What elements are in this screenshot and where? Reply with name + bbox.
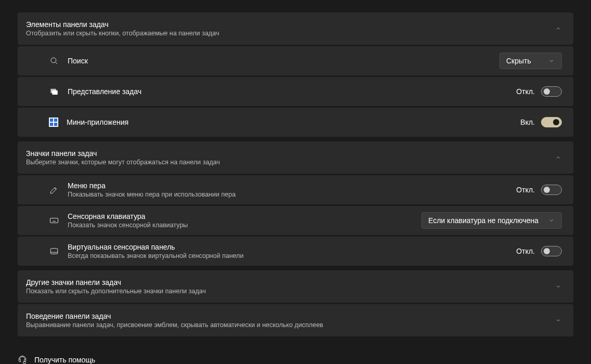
toggle-pen-menu[interactable] <box>541 185 562 195</box>
svg-line-1 <box>55 62 57 64</box>
section-subtitle: Отобразить или скрыть кнопки, отображаем… <box>26 30 219 37</box>
section-subtitle: Выравнивание панели задач, присвоение эм… <box>26 321 323 329</box>
help-label: Получить помощь <box>34 356 95 364</box>
section-titles: Элементы панели задач Отобразить или скр… <box>26 20 219 37</box>
svg-rect-5 <box>50 119 53 122</box>
row-label: Представление задач <box>68 87 142 96</box>
toggle-state-label: Вкл. <box>520 118 535 126</box>
toggle-state-label: Откл. <box>516 87 535 96</box>
svg-rect-6 <box>54 119 57 122</box>
row-pen-menu: Меню пера Показывать значок меню пера пр… <box>18 175 573 204</box>
row-label: Меню пера <box>68 181 236 190</box>
section-title: Значки панели задач <box>26 149 220 158</box>
section-title: Поведение панели задач <box>26 312 323 320</box>
toggle-state-label: Откл. <box>516 186 535 194</box>
section-title: Элементы панели задач <box>26 20 219 29</box>
section-taskbar-behavior[interactable]: Поведение панели задач Выравнивание пане… <box>18 304 573 336</box>
section-titles: Другие значки панели задач Показать или … <box>26 278 206 295</box>
section-subtitle: Выберите значки, которые могут отображат… <box>26 159 220 166</box>
row-touch-keyboard: Сенсорная клавиатура Показать значок сен… <box>18 206 573 235</box>
row-sub: Показать значок сенсорной клавиатуры <box>68 222 188 229</box>
toggle-virtual-touchpad[interactable] <box>541 246 562 256</box>
svg-text:?: ? <box>24 362 25 364</box>
chevron-up-icon <box>555 25 562 32</box>
svg-rect-10 <box>50 218 58 223</box>
row-sub: Показывать значок меню пера при использо… <box>68 191 236 198</box>
row-label: Мини-приложения <box>67 118 129 126</box>
chevron-down-icon <box>555 317 562 324</box>
help-icon: ? <box>18 355 27 364</box>
row-label: Поиск <box>68 57 88 65</box>
row-virtual-touchpad: Виртуальная сенсорная панель Всегда пока… <box>18 237 573 266</box>
chevron-down-icon <box>548 57 555 64</box>
section-taskbar-elements[interactable]: Элементы панели задач Отобразить или скр… <box>18 12 573 45</box>
dropdown-value: Скрыть <box>506 57 531 65</box>
touchpad-icon <box>49 246 59 256</box>
svg-rect-8 <box>54 123 57 126</box>
search-icon <box>49 56 59 66</box>
dropdown-search-visibility[interactable]: Скрыть <box>499 53 562 69</box>
section-taskbar-icons[interactable]: Значки панели задач Выберите значки, кот… <box>18 141 573 174</box>
section-subtitle: Показать или скрыть дополнительные значк… <box>26 288 206 295</box>
row-search: Поиск Скрыть <box>18 46 573 75</box>
svg-rect-16 <box>50 249 58 254</box>
row-taskview: Представление задач Откл. <box>18 77 573 106</box>
svg-rect-7 <box>50 123 53 126</box>
chevron-down-icon <box>555 283 562 290</box>
svg-rect-3 <box>52 90 58 95</box>
section-titles: Поведение панели задач Выравнивание пане… <box>26 312 323 329</box>
row-sub: Всегда показывать значок виртуальной сен… <box>68 252 243 259</box>
section-titles: Значки панели задач Выберите значки, кот… <box>26 149 220 166</box>
toggle-widgets[interactable] <box>541 117 562 127</box>
taskview-icon <box>49 86 59 97</box>
toggle-taskview[interactable] <box>541 86 562 97</box>
chevron-down-icon <box>548 217 555 224</box>
widgets-icon <box>49 118 58 127</box>
chevron-up-icon <box>555 154 562 161</box>
row-widgets: Мини-приложения Вкл. <box>18 108 573 137</box>
section-title: Другие значки панели задач <box>26 278 206 287</box>
dropdown-value: Если клавиатура не подключена <box>428 216 538 225</box>
toggle-state-label: Откл. <box>516 247 535 255</box>
svg-point-0 <box>51 58 56 63</box>
keyboard-icon <box>49 215 59 226</box>
get-help-link[interactable]: ? Получить помощь <box>18 355 573 364</box>
dropdown-touch-keyboard[interactable]: Если клавиатура не подключена <box>421 212 562 229</box>
row-label: Виртуальная сенсорная панель <box>68 243 243 251</box>
pen-icon <box>49 185 59 195</box>
row-label: Сенсорная клавиатура <box>68 212 188 220</box>
section-other-icons[interactable]: Другие значки панели задач Показать или … <box>18 270 573 303</box>
